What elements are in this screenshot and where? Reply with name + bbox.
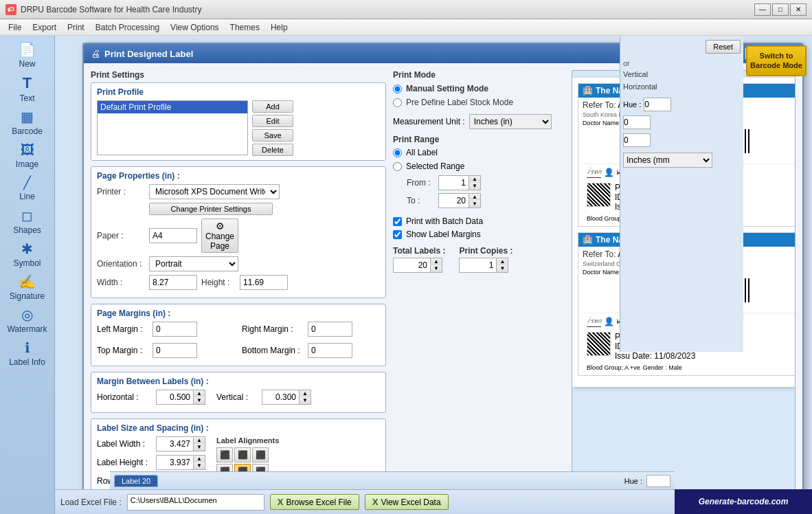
menu-themes[interactable]: Themes	[225, 21, 265, 34]
lw-up[interactable]: ▲	[194, 437, 205, 444]
align-top-center[interactable]: ⬛	[234, 447, 251, 462]
file-path-display: C:\Users\IBALL\Documen	[127, 494, 264, 511]
menu-print[interactable]: Print	[62, 21, 90, 34]
orientation-select[interactable]: Portrait	[149, 256, 238, 271]
menu-help[interactable]: Help	[265, 21, 293, 34]
sidebar-item-watermark[interactable]: ◎ Watermark	[1, 304, 54, 337]
print-mode-label: Print Mode	[393, 70, 565, 80]
to-up[interactable]: ▲	[469, 194, 480, 201]
card2-sig: ﾉ่รหก	[587, 316, 601, 327]
all-label-radio[interactable]	[393, 148, 402, 157]
sidebar-item-labelinfo[interactable]: ℹ Label Info	[1, 337, 54, 370]
right-controls-panel: Reset or Vertical Horizontal Hue : Inche…	[620, 36, 743, 352]
horiz-up[interactable]: ▲	[194, 390, 205, 397]
unit-select[interactable]: Inches (mm	[623, 153, 712, 168]
tab-label20[interactable]: Label 20	[114, 475, 158, 487]
switch-barcode-btn[interactable]: Switch to Barcode Mode	[746, 45, 807, 76]
color-input-1[interactable]	[623, 115, 651, 129]
sidebar-item-barcode[interactable]: ▦ Barcode	[1, 106, 54, 139]
change-page-label2: Page	[210, 241, 229, 251]
tl-up[interactable]: ▲	[431, 258, 442, 265]
paper-input[interactable]	[149, 228, 197, 243]
print-copies-input[interactable]	[459, 258, 497, 273]
predefine-mode-radio[interactable]	[393, 98, 402, 107]
label-width-input[interactable]	[156, 436, 194, 451]
window-controls: — □ ✕	[754, 3, 807, 16]
align-top-right[interactable]: ⬛	[252, 447, 269, 462]
align-top-left[interactable]: ⬛	[216, 447, 233, 462]
lh-up[interactable]: ▲	[194, 456, 205, 462]
add-profile-btn[interactable]: Add	[252, 100, 293, 113]
height-input[interactable]	[240, 275, 288, 290]
close-app-btn[interactable]: ✕	[790, 3, 807, 16]
change-page-btn[interactable]: ⚙ Change Page	[201, 219, 238, 253]
printer-select[interactable]: Microsoft XPS Document Writer	[149, 184, 280, 199]
minimize-btn[interactable]: —	[754, 3, 771, 16]
label-height-input[interactable]	[156, 455, 194, 470]
to-down[interactable]: ▼	[469, 201, 480, 208]
batch-data-check[interactable]	[393, 217, 402, 226]
maximize-btn[interactable]: □	[772, 3, 789, 16]
left-margin-input[interactable]	[153, 322, 197, 337]
paper-label: Paper :	[97, 231, 145, 241]
app-title: DRPU Barcode Software for Health Care In…	[21, 5, 201, 14]
menu-view[interactable]: View Options	[165, 21, 224, 34]
lw-down[interactable]: ▼	[194, 444, 205, 451]
tl-down[interactable]: ▼	[431, 265, 442, 272]
width-input[interactable]	[149, 275, 197, 290]
lh-down[interactable]: ▼	[194, 462, 205, 469]
sidebar-item-image[interactable]: 🖼 Image	[1, 139, 54, 172]
measure-label: Measurement Unit :	[393, 117, 465, 126]
menu-batch[interactable]: Batch Processing	[90, 21, 165, 34]
profile-item-default[interactable]: Default Print Profile	[98, 101, 247, 113]
pc-down[interactable]: ▼	[497, 265, 508, 272]
print-profile-title: Print Profile	[97, 87, 380, 97]
hue-bottom-input[interactable]	[646, 475, 670, 487]
show-margins-check[interactable]	[393, 230, 402, 239]
top-margin-input[interactable]	[153, 343, 197, 358]
reset-btn[interactable]: Reset	[706, 40, 741, 54]
vert-input[interactable]	[262, 390, 300, 405]
right-margin-input[interactable]	[308, 322, 352, 337]
selected-range-radio[interactable]	[393, 162, 402, 171]
profile-list[interactable]: Default Print Profile	[97, 100, 248, 155]
color-input-2[interactable]	[623, 133, 651, 147]
label-width-label: Label Width :	[97, 439, 152, 449]
horiz-down[interactable]: ▼	[194, 397, 205, 404]
save-profile-btn[interactable]: Save	[252, 129, 293, 142]
from-input[interactable]	[438, 175, 469, 190]
bottom-margin-input[interactable]	[308, 343, 352, 358]
vert-up[interactable]: ▲	[300, 390, 311, 397]
menu-export[interactable]: Export	[27, 21, 62, 34]
sidebar-label-image: Image	[16, 159, 38, 169]
change-printer-btn[interactable]: Change Printer Settings	[149, 203, 273, 215]
total-labels-input[interactable]	[393, 258, 431, 273]
horiz-input[interactable]	[156, 390, 194, 405]
from-down[interactable]: ▼	[469, 183, 480, 190]
view-excel-btn[interactable]: X View Excel Data	[365, 494, 449, 510]
menu-file[interactable]: File	[3, 21, 27, 34]
sidebar-item-text[interactable]: T Text	[1, 71, 54, 106]
from-up[interactable]: ▲	[469, 176, 480, 183]
sidebar-item-shapes[interactable]: ◻ Shapes	[1, 205, 54, 238]
browse-excel-btn[interactable]: X Browse Excel File	[270, 494, 359, 510]
delete-profile-btn[interactable]: Delete	[252, 144, 293, 156]
card1-person-icon: 👤	[604, 168, 614, 177]
sidebar-item-symbol[interactable]: ✱ Symbol	[1, 238, 54, 271]
page-props-title: Page Properties (in) :	[97, 171, 380, 181]
edit-profile-btn[interactable]: Edit	[252, 115, 293, 127]
change-page-label: Change	[205, 232, 234, 241]
hue-label: Hue :	[623, 100, 641, 109]
to-label: To :	[407, 196, 434, 205]
to-input[interactable]	[438, 193, 469, 208]
sidebar-item-new[interactable]: 📄 New	[1, 38, 54, 71]
vert-down[interactable]: ▼	[300, 397, 311, 404]
sidebar-item-signature[interactable]: ✍ Signature	[1, 271, 54, 304]
hue-input[interactable]	[644, 98, 671, 111]
measure-select[interactable]: Inches (in) Millimeters (mm) Centimeters…	[469, 114, 552, 129]
sidebar-item-line[interactable]: ╱ Line	[1, 172, 54, 205]
generate-bar: Generate-barcode.com	[675, 489, 812, 514]
manual-mode-radio[interactable]	[393, 85, 402, 93]
pc-up[interactable]: ▲	[497, 258, 508, 265]
symbol-icon: ✱	[21, 241, 33, 257]
